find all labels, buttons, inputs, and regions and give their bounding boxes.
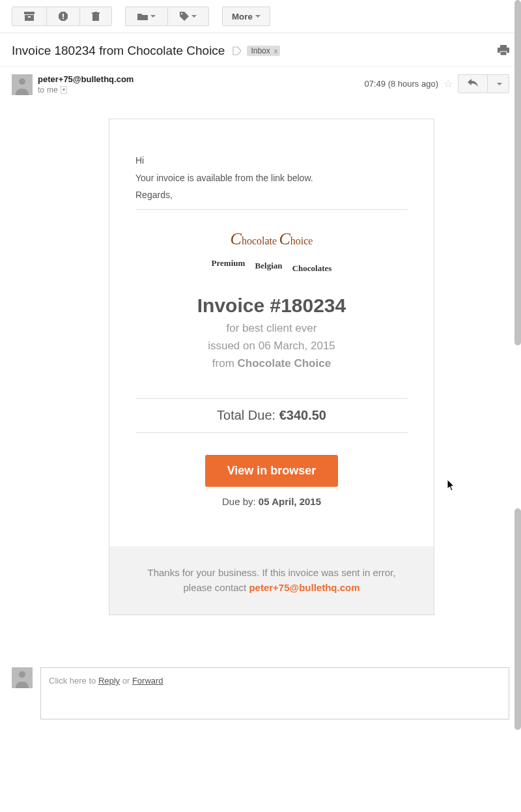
subject-row: Invoice 180234 from Chocolate Choice Inb… bbox=[0, 33, 521, 66]
scrollbar-thumb[interactable] bbox=[514, 508, 521, 730]
svg-rect-7 bbox=[92, 12, 100, 14]
total-amount: €340.50 bbox=[279, 408, 326, 422]
to-line[interactable]: to me ▾ bbox=[38, 85, 134, 94]
svg-rect-4 bbox=[63, 14, 64, 17]
scrollbar[interactable] bbox=[512, 0, 521, 739]
move-to-button[interactable] bbox=[125, 7, 168, 26]
svg-rect-12 bbox=[500, 51, 507, 55]
signoff-text: Regards, bbox=[135, 186, 408, 204]
to-recipient: me bbox=[47, 85, 58, 94]
chevron-down-icon bbox=[255, 15, 260, 18]
svg-rect-0 bbox=[24, 12, 35, 14]
message-meta: 07:49 (8 hours ago) ☆ bbox=[365, 74, 509, 93]
self-avatar bbox=[12, 667, 33, 688]
due-by-line: Due by: 05 April, 2015 bbox=[135, 496, 408, 507]
svg-rect-6 bbox=[92, 14, 99, 21]
svg-rect-8 bbox=[94, 12, 97, 12]
message-header: peter+75@bullethq.com to me ▾ 07:49 (8 h… bbox=[0, 66, 521, 99]
chevron-down-icon bbox=[191, 15, 197, 18]
svg-point-9 bbox=[181, 13, 182, 14]
spam-button[interactable] bbox=[46, 7, 80, 26]
archive-button[interactable] bbox=[12, 7, 47, 26]
invoice-issued: issued on 06 March, 2015 bbox=[135, 337, 408, 355]
invoice-title: Invoice #180234 bbox=[135, 295, 408, 317]
tag-icon bbox=[180, 12, 189, 21]
reply-compose-box[interactable]: Click here to Reply or Forward bbox=[40, 667, 509, 719]
from-email: peter+75@bullethq.com bbox=[38, 74, 134, 84]
reply-button[interactable] bbox=[458, 74, 488, 93]
message-time: 07:49 (8 hours ago) bbox=[365, 79, 438, 89]
total-label: Total Due: bbox=[217, 408, 279, 422]
due-date: 05 April, 2015 bbox=[259, 496, 321, 507]
invoice-from: from Chocolate Choice bbox=[135, 355, 408, 372]
email-body: Hi Your invoice is available from the li… bbox=[0, 99, 521, 635]
footer-contact-email[interactable]: peter+75@bullethq.com bbox=[249, 582, 359, 593]
svg-rect-5 bbox=[63, 18, 64, 19]
chevron-down-icon bbox=[497, 83, 502, 85]
toolbar-group-actions bbox=[12, 7, 112, 26]
brand-logo: Chocolate Choice Premium Belgian Chocola… bbox=[135, 229, 408, 268]
archive-icon bbox=[24, 12, 35, 21]
more-button[interactable]: More bbox=[222, 7, 270, 26]
svg-rect-2 bbox=[28, 16, 31, 18]
reply-or: or bbox=[120, 676, 132, 686]
recipient-details-toggle[interactable]: ▾ bbox=[61, 86, 67, 94]
forward-link[interactable]: Forward bbox=[132, 676, 163, 686]
intro-text: Your invoice is available from the link … bbox=[135, 169, 408, 187]
label-pill-inbox[interactable]: Inbox x bbox=[247, 46, 280, 56]
to-prefix: to bbox=[38, 85, 44, 94]
from-block: peter+75@bullethq.com to me ▾ bbox=[38, 74, 134, 94]
more-label: More bbox=[232, 12, 253, 22]
chevron-down-icon bbox=[150, 15, 156, 18]
sender-avatar bbox=[12, 74, 33, 95]
greeting-text: Hi bbox=[135, 152, 408, 169]
trash-icon bbox=[92, 12, 100, 21]
scrollbar-thumb[interactable] bbox=[514, 0, 521, 345]
subject-text: Invoice 180234 from Chocolate Choice bbox=[12, 44, 225, 58]
reply-button-group bbox=[458, 74, 509, 93]
brand-tagline: Premium Belgian Chocolates bbox=[135, 258, 408, 268]
print-button[interactable] bbox=[498, 45, 509, 57]
invoice-footer: Thanks for your business. If this invoic… bbox=[109, 546, 434, 615]
svg-rect-1 bbox=[25, 15, 34, 21]
reply-link[interactable]: Reply bbox=[98, 676, 120, 686]
svg-rect-10 bbox=[500, 45, 507, 48]
reply-prefix: Click here to bbox=[49, 676, 98, 686]
total-due-row: Total Due: €340.50 bbox=[135, 398, 408, 433]
label-outline-icon bbox=[232, 46, 242, 55]
invoice-subtitle: for best client ever issued on 06 March,… bbox=[135, 319, 408, 373]
delete-button[interactable] bbox=[79, 7, 112, 26]
spam-icon bbox=[59, 12, 68, 21]
star-button[interactable]: ☆ bbox=[444, 78, 453, 90]
reply-icon bbox=[468, 79, 478, 87]
invoice-card: Hi Your invoice is available from the li… bbox=[109, 119, 434, 615]
greeting-block: Hi Your invoice is available from the li… bbox=[135, 152, 408, 210]
label-remove-icon[interactable]: x bbox=[274, 47, 278, 55]
view-in-browser-button[interactable]: View in browser bbox=[205, 455, 339, 487]
folder-icon bbox=[137, 12, 148, 20]
brand-name: Chocolate Choice bbox=[135, 229, 408, 249]
label-pill-text: Inbox bbox=[251, 46, 270, 55]
print-icon bbox=[498, 45, 509, 55]
reply-area: Click here to Reply or Forward bbox=[0, 667, 521, 739]
labels-button[interactable] bbox=[167, 7, 209, 26]
toolbar-group-move bbox=[125, 7, 209, 26]
reply-more-button[interactable] bbox=[488, 74, 509, 93]
invoice-for: for best client ever bbox=[135, 319, 408, 337]
toolbar: More bbox=[0, 0, 521, 33]
